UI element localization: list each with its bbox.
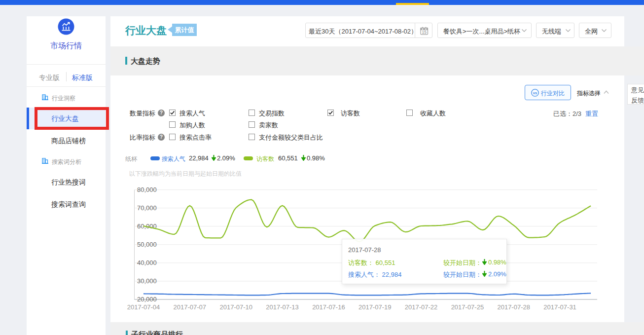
- svg-text:20,000: 20,000: [137, 296, 157, 303]
- svg-text:2017-07-19: 2017-07-19: [358, 303, 392, 311]
- svg-text:2017-07-28: 2017-07-28: [497, 303, 530, 311]
- svg-text:15: 15: [422, 30, 427, 35]
- svg-text:2017-07-10: 2017-07-10: [219, 303, 252, 311]
- svg-text:50,000: 50,000: [137, 241, 157, 248]
- svg-text:70,000: 70,000: [137, 204, 157, 212]
- svg-text:80,000: 80,000: [137, 186, 157, 193]
- svg-text:2017-07-31: 2017-07-31: [543, 303, 576, 311]
- svg-text:2017-07-16: 2017-07-16: [312, 303, 345, 311]
- svg-text:30,000: 30,000: [137, 277, 157, 285]
- svg-text:2017-07-13: 2017-07-13: [266, 303, 299, 311]
- svg-text:2017-07-07: 2017-07-07: [174, 303, 207, 311]
- svg-text:2017-07-22: 2017-07-22: [405, 303, 438, 311]
- svg-text:2017-07-25: 2017-07-25: [451, 303, 484, 311]
- svg-text:2017-07-04: 2017-07-04: [127, 303, 160, 311]
- svg-text:40,000: 40,000: [137, 259, 157, 266]
